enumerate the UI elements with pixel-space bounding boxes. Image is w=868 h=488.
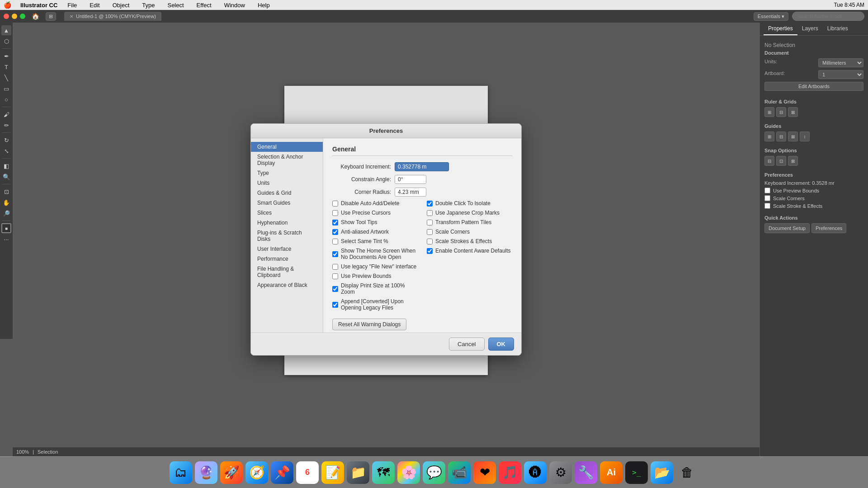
artboard-select[interactable]: 12 [818, 70, 863, 79]
workspace-selector[interactable]: ⊞ [46, 12, 56, 21]
dock-system-pref.[interactable]: ⚙System Pref. [549, 461, 572, 484]
guide-icon-1[interactable]: ⊞ [764, 131, 774, 141]
menu-file[interactable]: File [65, 1, 80, 9]
edit-artboards-button[interactable]: Edit Artboards [764, 82, 863, 91]
dock-safari[interactable]: 🧭Safari [245, 461, 268, 484]
rotate-tool[interactable]: ↻ [1, 135, 11, 145]
sidebar-item-slices[interactable]: Slices [251, 208, 323, 218]
units-select[interactable]: MillimetersPixelsPoints [818, 58, 863, 67]
tab-libraries[interactable]: Libraries [823, 23, 853, 35]
type-tool[interactable]: T [1, 62, 11, 72]
dock-siri[interactable]: 🔮Siri [195, 461, 217, 484]
guide-icon-2[interactable]: ⊟ [776, 131, 786, 141]
pencil-tool[interactable]: ✏ [1, 120, 11, 130]
menu-edit[interactable]: Edit [87, 1, 102, 9]
close-button[interactable] [4, 14, 9, 19]
reset-warnings-button[interactable]: Reset All Warning Dialogs [332, 319, 406, 330]
preferences-button[interactable]: Preferences [811, 223, 846, 233]
checkbox-cbr6[interactable] [427, 248, 433, 254]
menu-help[interactable]: Help [255, 1, 273, 9]
checkbox-cb2[interactable] [332, 210, 338, 216]
zoom-tool[interactable]: 🔎 [1, 208, 11, 218]
fill-color[interactable]: ■ [1, 223, 11, 233]
sidebar-item-hyphenation[interactable]: Hyphenation [251, 218, 323, 228]
dock-app4[interactable]: 📌App4 [271, 461, 293, 484]
document-tab[interactable]: ✕ Untitled-1 @ 100% (CMYK/Preview) [64, 12, 161, 21]
dock-photos[interactable]: 🌸Photos [397, 461, 420, 484]
rect-tool[interactable]: ▭ [1, 84, 11, 94]
sidebar-item-selection-&-anchor-display[interactable]: Selection & Anchor Display [251, 152, 323, 168]
pref-scale-stroke-checkbox[interactable] [764, 203, 770, 209]
dock-misc[interactable]: 🔧Misc [575, 461, 597, 484]
more-tools[interactable]: ··· [1, 234, 11, 244]
dock-launchpad[interactable]: 🚀Launchpad [220, 461, 243, 484]
sidebar-item-smart-guides[interactable]: Smart Guides [251, 198, 323, 208]
pref-scale-corners-checkbox[interactable] [764, 195, 770, 201]
checkbox-cb1[interactable] [332, 201, 338, 206]
sidebar-item-appearance-of-black[interactable]: Appearance of Black [251, 280, 323, 290]
dock-maps[interactable]: 🗺Maps [372, 461, 395, 484]
sidebar-item-type[interactable]: Type [251, 168, 323, 178]
eyedropper-tool[interactable]: 🔍 [1, 172, 11, 182]
checkbox-cb3[interactable] [332, 220, 338, 225]
hand-tool[interactable]: ✋ [1, 197, 11, 207]
dock-folder[interactable]: 📂Folder [651, 461, 673, 484]
checkbox-cbr1[interactable] [427, 201, 433, 206]
ellipse-tool[interactable]: ○ [1, 94, 11, 104]
dock-finder[interactable]: 🗂Finder [170, 461, 192, 484]
menu-window[interactable]: Window [222, 1, 248, 9]
fullscreen-button[interactable] [20, 14, 25, 19]
ruler-icon-btn[interactable]: ⊞ [764, 107, 774, 117]
document-setup-button[interactable]: Document Setup [764, 223, 810, 233]
dock-app-store[interactable]: 🅐App Store [524, 461, 547, 484]
tab-properties[interactable]: Properties [764, 23, 797, 35]
essentials-selector[interactable]: Essentials ▾ [754, 12, 788, 21]
dock-music[interactable]: 🎵Music [499, 461, 521, 484]
home-icon[interactable]: 🏠 [32, 13, 39, 20]
checkbox-cb9[interactable] [332, 286, 338, 292]
gradient-tool[interactable]: ◧ [1, 161, 11, 171]
cancel-button[interactable]: Cancel [449, 338, 484, 351]
minimize-button[interactable] [12, 14, 17, 19]
grid-icon-btn[interactable]: ⊟ [776, 107, 786, 117]
sidebar-item-units[interactable]: Units [251, 178, 323, 188]
checkbox-cb8[interactable] [332, 273, 338, 279]
checkbox-cb4[interactable] [332, 229, 338, 235]
dock-facetime[interactable]: 📹FaceTime [448, 461, 471, 484]
sidebar-item-plug-ins-&-scratch-disks[interactable]: Plug-ins & Scratch Disks [251, 228, 323, 244]
scale-tool[interactable]: ⤡ [1, 146, 11, 156]
dock-fantastical[interactable]: ❤Fantastical [473, 461, 496, 484]
ok-button[interactable]: OK [488, 338, 514, 351]
sidebar-item-general[interactable]: General [251, 142, 323, 152]
snap-icon-3[interactable]: ⊠ [788, 156, 798, 166]
apple-menu[interactable]: 🍎 [4, 1, 11, 9]
pref-preview-bounds-checkbox[interactable] [764, 188, 770, 193]
sidebar-item-guides-&-grid[interactable]: Guides & Grid [251, 188, 323, 198]
sidebar-item-user-interface[interactable]: User Interface [251, 244, 323, 254]
checkbox-cb7[interactable] [332, 264, 338, 270]
menu-object[interactable]: Object [110, 1, 132, 9]
menu-select[interactable]: Select [165, 1, 186, 9]
direct-selection-tool[interactable]: ⬡ [1, 36, 11, 46]
guide-icon-3[interactable]: ⊠ [788, 131, 798, 141]
keyboard-increment-input[interactable] [395, 162, 449, 171]
dock-files[interactable]: 📁Files [347, 461, 369, 484]
search-stock-input[interactable] [792, 12, 864, 21]
dock-calendar[interactable]: 6Calendar [296, 461, 319, 484]
line-tool[interactable]: ╲ [1, 73, 11, 83]
checkbox-cbr4[interactable] [427, 229, 433, 235]
checkbox-cb6[interactable] [332, 251, 338, 257]
tab-layers[interactable]: Layers [797, 23, 823, 35]
checkbox-cb5[interactable] [332, 239, 338, 244]
dock-messages[interactable]: 💬Messages [423, 461, 445, 484]
sidebar-item-file-handling-&-clipboard[interactable]: File Handling & Clipboard [251, 264, 323, 280]
dock-terminal[interactable]: >_Terminal [625, 461, 648, 484]
pen-tool[interactable]: ✒ [1, 51, 11, 61]
constrain-angle-input[interactable] [395, 175, 426, 184]
checkbox-cb10[interactable] [332, 302, 338, 308]
menu-type[interactable]: Type [139, 1, 157, 9]
snap-icon-1[interactable]: ⊟ [764, 156, 774, 166]
sidebar-item-performance[interactable]: Performance [251, 254, 323, 264]
paintbrush-tool[interactable]: 🖌 [1, 109, 11, 119]
menu-effect[interactable]: Effect [194, 1, 214, 9]
